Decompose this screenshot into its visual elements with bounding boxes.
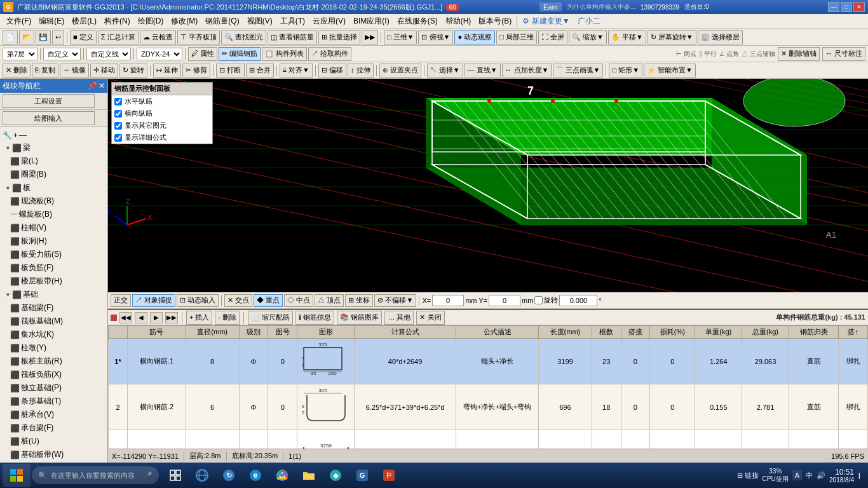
btn-cloud-check[interactable]: ☁ 云检查 <box>140 30 176 44</box>
btn-top-view[interactable]: ⊡ 俯视▼ <box>418 30 453 44</box>
btn-new[interactable]: 📄 <box>3 30 18 44</box>
btn-rotate2[interactable]: ↻ 旋转 <box>119 64 147 78</box>
btn-delete-row[interactable]: - 删除 <box>215 311 240 325</box>
tree-spiral-slab[interactable]: 〰螺旋板(B) <box>0 208 107 221</box>
menu-tools[interactable]: 工具(T) <box>276 15 309 28</box>
btn-dim-note[interactable]: ↔ 尺寸标注 <box>822 47 865 61</box>
tree-raft-neg[interactable]: ⬛筏板负筋(X) <box>0 368 107 381</box>
btn-open[interactable]: 📂 <box>19 30 34 44</box>
tree-slab-hole[interactable]: ⬛板洞(H) <box>0 234 107 248</box>
axis-num-select[interactable]: ZDYX-24 <box>137 48 182 60</box>
task-icon-multiview[interactable] <box>163 464 188 487</box>
btn-project-settings[interactable]: 工程设置 <box>3 94 95 108</box>
sidebar-close[interactable]: ✕ <box>98 81 105 90</box>
btn-zoom[interactable]: 🔍 缩放▼ <box>569 30 607 44</box>
btn-scale-rebar[interactable]: ⬜ 缩尺配筋 <box>248 311 293 325</box>
menu-rebar-qty[interactable]: 钢筋量(Q) <box>201 15 243 28</box>
btn-insert-row[interactable]: + 插入 <box>186 311 212 325</box>
table-resize-handle[interactable] <box>111 315 117 321</box>
btn-rebar-library[interactable]: 📚 钢筋图库 <box>337 311 382 325</box>
btn-summary[interactable]: Σ 汇总计算 <box>98 30 139 44</box>
btn-first[interactable]: ◀◀ <box>119 312 132 323</box>
btn-align[interactable]: ≡ 对齐▼ <box>280 64 313 78</box>
btn-dynamic-input[interactable]: ⊡ 动态输入 <box>177 294 219 307</box>
tree-iso-foundation[interactable]: ⬛独立基础(P) <box>0 381 107 395</box>
table-row[interactable]: 2 横向钢筋.2 6 Φ 0 305 <box>109 384 868 430</box>
axis-type-select[interactable]: 自定义线 <box>86 48 131 60</box>
y-input[interactable] <box>489 295 520 306</box>
cell-diam[interactable]: 6 <box>186 430 239 449</box>
btn-vertex[interactable]: △ 顶点 <box>315 294 344 307</box>
btn-last[interactable]: ▶▶ <box>165 312 178 323</box>
tray-show-desktop[interactable]: | <box>858 471 862 479</box>
cell-name[interactable]: 横向钢筋.2 <box>128 384 186 430</box>
drawing-panel-title[interactable]: 钢筋显示控制面板 <box>112 83 212 95</box>
btn-next[interactable]: ▶ <box>150 312 163 323</box>
btn-other[interactable]: … 其他 <box>384 311 414 325</box>
btn-intersection[interactable]: ✕ 交点 <box>224 294 252 307</box>
tree-slab-neg[interactable]: ⬛板负筋(F) <box>0 261 107 274</box>
btn-find-elem[interactable]: 🔍 查找图元 <box>221 30 266 44</box>
btn-copy[interactable]: ⎘ 复制 <box>32 64 58 78</box>
tree-pile-cap[interactable]: ⬛桩承台(V) <box>0 408 107 421</box>
btn-pan[interactable]: ✋ 平移▼ <box>608 30 646 44</box>
tree-foundation-band[interactable]: ⬛基础板带(W) <box>0 448 107 461</box>
tray-network[interactable]: ⊟ 链接 <box>737 471 759 480</box>
menu-version[interactable]: 版本号(B) <box>475 15 515 28</box>
btn-view-rebar[interactable]: ◫ 查看钢筋量 <box>268 30 317 44</box>
task-icon-chrome[interactable] <box>269 464 295 487</box>
tray-speaker[interactable]: 🔊 <box>817 471 825 480</box>
btn-align-top[interactable]: ⊤ 平齐板顶 <box>177 30 220 44</box>
menu-view[interactable]: 视图(V) <box>243 15 276 28</box>
tree-floor-band[interactable]: ⬛楼层板带(H) <box>0 274 107 288</box>
btn-arc[interactable]: ⌒ 三点画弧▼ <box>553 64 603 78</box>
x-input[interactable] <box>432 295 464 306</box>
btn-3d[interactable]: □ 三维▼ <box>384 30 417 44</box>
rotate-checkbox[interactable] <box>534 296 543 304</box>
checkbox-other-elem[interactable] <box>114 122 122 130</box>
tree-raft[interactable]: ⬛筏板基础(M) <box>0 315 107 328</box>
btn-save[interactable]: 💾 <box>36 30 51 44</box>
tree-pile-cap-mound[interactable]: ⬛柱墩(Y) <box>0 341 107 355</box>
btn-coord[interactable]: ⊞ 坐标 <box>345 294 373 307</box>
btn-line[interactable]: — 直线▼ <box>465 64 501 78</box>
tree-beam[interactable]: ⬛梁(L) <box>0 154 107 168</box>
table-row[interactable]: 3 水平纵筋.1 6 Φ 3 3250 <box>109 430 868 449</box>
btn-move[interactable]: ✛ 移动 <box>90 64 118 78</box>
menu-floor[interactable]: 楼层(L) <box>68 15 100 28</box>
btn-mirror[interactable]: ↔ 镜像 <box>60 64 89 78</box>
btn-batch-select[interactable]: ⊞ 批量选择 <box>318 30 360 44</box>
task-icon-ie[interactable]: e <box>243 464 268 487</box>
menu-modify[interactable]: 修改(M) <box>167 15 201 28</box>
tree-beam-group[interactable]: ▼ ⬛ 梁 <box>0 141 107 154</box>
cell-shape-num[interactable]: 0 <box>268 384 297 430</box>
btn-dynamic-obs[interactable]: ● 动态观察 <box>454 30 495 44</box>
menu-draw[interactable]: 绘图(D) <box>134 15 168 28</box>
menu-guangxiaoer[interactable]: 广小二 <box>574 15 604 28</box>
btn-undo[interactable]: ↩ <box>52 30 64 44</box>
menu-file[interactable]: 文件(F) <box>3 15 35 28</box>
tree-foundation-beam[interactable]: ⬛基础梁(F) <box>0 301 107 315</box>
task-icon-app1[interactable]: ◈ <box>323 464 348 487</box>
menu-edit[interactable]: 编辑(E) <box>35 15 68 28</box>
btn-pt-length[interactable]: ↔ 点加长度▼ <box>502 64 552 78</box>
tray-lang[interactable]: A <box>792 470 802 480</box>
btn-drawing-input[interactable]: 绘图输入 <box>3 111 95 125</box>
btn-select2[interactable]: ↖ 选择▼ <box>427 64 463 78</box>
btn-local-3d[interactable]: □ 局部三维 <box>496 30 537 44</box>
btn-define[interactable]: ■ 定义 <box>70 30 97 44</box>
btn-property[interactable]: 🖊 属性 <box>188 47 217 61</box>
cell-shape-num[interactable]: 3 <box>268 430 297 449</box>
tree-raft-rebar[interactable]: ⬛板桩主筋(R) <box>0 355 107 368</box>
btn-set-anchor[interactable]: ⊕ 设置夹点 <box>379 64 421 78</box>
task-icon-refresh[interactable]: ↻ <box>216 464 241 487</box>
taskbar-search[interactable]: 🔍 在这里输入你要搜索的内容 🎤 <box>32 466 159 484</box>
tray-ime[interactable]: 中 <box>806 471 813 480</box>
table-row[interactable]: 1* 横向钢筋.1 8 Φ 0 375 <box>109 339 868 384</box>
maximize-button[interactable]: □ <box>841 2 852 12</box>
menu-new-change[interactable]: ⚙ 新建变更▼ <box>519 15 573 28</box>
btn-del-axis[interactable]: ✕ 删除辅轴 <box>778 47 820 61</box>
search-hint[interactable]: 为什么单构件输入中参... <box>567 3 635 11</box>
menu-cloud[interactable]: 云应用(V) <box>309 15 349 28</box>
menu-component[interactable]: 构件(N) <box>100 15 134 28</box>
